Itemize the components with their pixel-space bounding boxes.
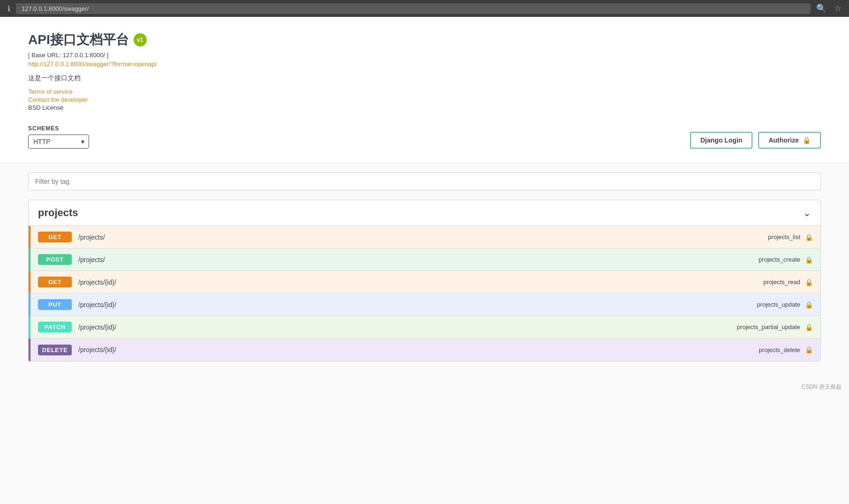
api-endpoint-row[interactable]: DELETE /projects/{id}/ projects_delete 🔒 bbox=[29, 339, 820, 361]
api-path: /projects/{id}/ bbox=[78, 301, 757, 308]
method-badge: GET bbox=[38, 232, 72, 242]
api-path: /projects/ bbox=[78, 256, 759, 263]
method-badge: PATCH bbox=[38, 322, 72, 332]
operation-name: projects_update bbox=[757, 301, 800, 308]
api-endpoint-row[interactable]: GET /projects/{id}/ projects_read 🔒 bbox=[29, 271, 820, 293]
api-endpoint-row[interactable]: POST /projects/ projects_create 🔒 bbox=[29, 248, 820, 271]
api-path: /projects/{id}/ bbox=[78, 346, 759, 354]
operation-name: projects_delete bbox=[759, 346, 800, 354]
schemes-select-wrapper[interactable]: HTTP bbox=[28, 135, 89, 149]
schemes-select[interactable]: HTTP bbox=[28, 135, 89, 149]
api-path: /projects/{id}/ bbox=[78, 278, 763, 286]
api-endpoint-row[interactable]: PUT /projects/{id}/ projects_update 🔒 bbox=[29, 293, 820, 316]
operation-name: projects_create bbox=[759, 256, 800, 263]
terms-link[interactable]: Terms of service bbox=[28, 88, 821, 95]
tag-section-projects: projects ⌄ GET /projects/ projects_list … bbox=[28, 200, 821, 361]
method-badge: DELETE bbox=[38, 345, 72, 355]
contact-link[interactable]: Contact the developer bbox=[28, 96, 821, 103]
api-path: /projects/{id}/ bbox=[78, 323, 737, 331]
browser-bar: ℹ 127.0.0.1:8000/swagger/ 🔍 ☆ bbox=[0, 0, 849, 17]
address-bar[interactable]: 127.0.0.1:8000/swagger/ bbox=[16, 3, 811, 14]
tag-name: projects bbox=[38, 207, 78, 219]
lock-icon: 🔒 bbox=[805, 346, 813, 354]
authorize-label: Authorize bbox=[768, 136, 799, 144]
bookmark-icon[interactable]: ☆ bbox=[834, 3, 841, 14]
filter-input[interactable] bbox=[28, 173, 821, 190]
watermark: CSDN @王俊超 bbox=[0, 380, 849, 394]
main-content: projects ⌄ GET /projects/ projects_list … bbox=[0, 163, 849, 380]
method-badge: PUT bbox=[38, 299, 72, 310]
openapi-link[interactable]: http://127.0.0.1:8000/swagger/?format=op… bbox=[28, 60, 821, 68]
sections-container: projects ⌄ GET /projects/ projects_list … bbox=[28, 200, 821, 361]
api-title: API接口文档平台 bbox=[28, 31, 129, 49]
authorize-button[interactable]: Authorize 🔒 bbox=[758, 132, 821, 149]
version-badge: v1 bbox=[134, 33, 147, 46]
license-text: BSD License bbox=[28, 104, 821, 111]
search-icon[interactable]: 🔍 bbox=[816, 3, 826, 14]
api-path: /projects/ bbox=[78, 233, 768, 241]
chevron-down-icon: ⌄ bbox=[803, 207, 811, 218]
api-endpoint-row[interactable]: PATCH /projects/{id}/ projects_partial_u… bbox=[29, 316, 820, 339]
tag-header-projects[interactable]: projects ⌄ bbox=[29, 200, 820, 226]
auth-buttons: Django Login Authorize 🔒 bbox=[690, 132, 821, 149]
django-login-button[interactable]: Django Login bbox=[690, 132, 752, 149]
swagger-header: API接口文档平台 v1 [ Base URL: 127.0.0.1:8000/… bbox=[0, 17, 849, 163]
base-url: [ Base URL: 127.0.0.1:8000/ ] bbox=[28, 52, 821, 59]
lock-icon: 🔒 bbox=[805, 323, 813, 331]
info-icon: ℹ bbox=[8, 4, 10, 13]
lock-icon: 🔒 bbox=[805, 301, 813, 308]
lock-icon: 🔒 bbox=[805, 278, 813, 286]
operation-name: projects_list bbox=[768, 233, 800, 241]
lock-icon: 🔒 bbox=[803, 136, 811, 144]
lock-icon: 🔒 bbox=[805, 256, 813, 263]
schemes-section: Schemes HTTP bbox=[28, 125, 89, 149]
schemes-label: Schemes bbox=[28, 125, 89, 132]
api-description: 这是一个接口文档 bbox=[28, 74, 821, 83]
operation-name: projects_partial_update bbox=[737, 323, 800, 331]
operation-name: projects_read bbox=[763, 278, 800, 286]
browser-icons: 🔍 ☆ bbox=[816, 3, 841, 14]
method-badge: POST bbox=[38, 254, 72, 265]
method-badge: GET bbox=[38, 277, 72, 287]
api-endpoint-row[interactable]: GET /projects/ projects_list 🔒 bbox=[29, 226, 820, 248]
lock-icon: 🔒 bbox=[805, 233, 813, 241]
controls-row: Schemes HTTP Django Login Authorize 🔒 bbox=[28, 125, 821, 149]
api-title-row: API接口文档平台 v1 bbox=[28, 31, 821, 49]
